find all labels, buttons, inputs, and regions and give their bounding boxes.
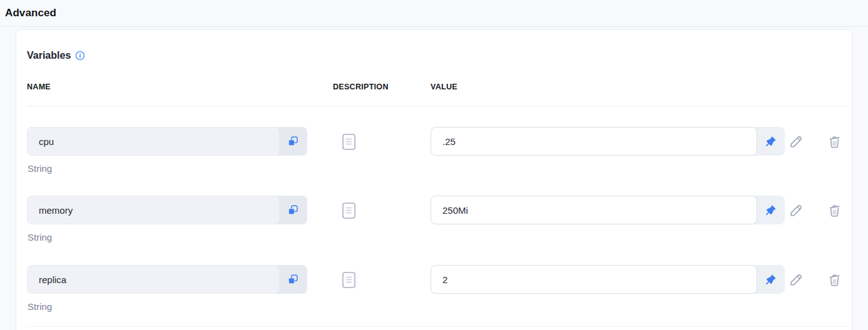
pencil-icon <box>789 202 804 218</box>
delete-variable-button[interactable] <box>823 199 845 221</box>
copy-icon <box>287 204 299 216</box>
variables-info-button[interactable] <box>75 51 85 61</box>
trash-icon <box>827 272 842 288</box>
variable-name-input[interactable] <box>27 127 280 156</box>
copy-icon <box>287 274 299 285</box>
description-button[interactable] <box>342 202 355 219</box>
document-icon <box>342 272 355 288</box>
panel-title: Variables <box>27 50 71 61</box>
delete-variable-button[interactable] <box>823 268 845 291</box>
document-icon <box>342 202 355 219</box>
pin-icon <box>764 135 777 148</box>
variable-value-group <box>431 127 785 156</box>
variable-value-group <box>431 196 785 224</box>
pencil-icon <box>789 134 804 149</box>
trash-icon <box>827 134 842 149</box>
variable-row-replica: String <box>27 265 848 319</box>
pin-icon <box>764 273 777 286</box>
edit-variable-button[interactable] <box>785 130 807 152</box>
delete-variable-button[interactable] <box>823 130 845 152</box>
variable-value-input[interactable] <box>431 196 757 224</box>
variables-panel: Variables NAME DESCRIPTION VALUE <box>16 29 852 330</box>
document-icon <box>342 134 355 150</box>
description-button[interactable] <box>342 133 355 150</box>
panel-title-row: Variables <box>27 49 85 62</box>
pencil-icon <box>789 272 804 288</box>
variable-name-input[interactable] <box>27 265 280 294</box>
page-header: Advanced <box>0 0 868 27</box>
column-header-description: DESCRIPTION <box>333 82 389 91</box>
copy-icon <box>287 136 299 147</box>
page-title: Advanced <box>5 7 56 19</box>
variable-name-group <box>27 265 307 294</box>
variable-name-group <box>27 196 307 224</box>
variable-type-label: String <box>28 163 52 174</box>
description-button[interactable] <box>342 271 355 288</box>
variable-name-input[interactable] <box>27 196 280 224</box>
table-header-row: NAME DESCRIPTION VALUE <box>16 82 852 92</box>
variable-type-label: String <box>28 232 52 242</box>
info-icon <box>75 51 85 61</box>
header-divider <box>27 106 847 106</box>
variable-type-label: String <box>28 301 52 312</box>
variable-value-input[interactable] <box>431 127 757 156</box>
edit-variable-button[interactable] <box>785 199 807 221</box>
bottom-divider <box>27 326 847 327</box>
pin-icon <box>764 204 777 217</box>
column-header-name: NAME <box>27 82 51 91</box>
column-header-value: VALUE <box>431 82 457 91</box>
variable-name-group <box>27 127 307 156</box>
trash-icon <box>827 202 842 218</box>
variable-value-input[interactable] <box>431 265 757 294</box>
variable-value-group <box>431 265 785 294</box>
variable-row-cpu: String <box>27 127 848 181</box>
variable-row-memory: String <box>27 196 848 249</box>
edit-variable-button[interactable] <box>785 268 807 291</box>
